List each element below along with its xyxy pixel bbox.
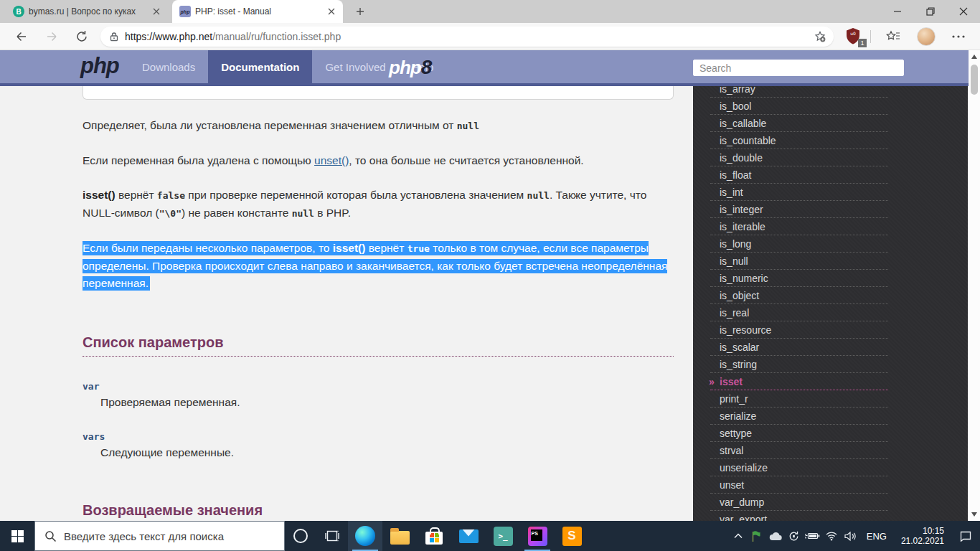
url-text[interactable]: https://www.php.net/manual/ru/function.i… [125,31,814,42]
php8-logo[interactable]: php8 [389,56,432,79]
sidebar-item-is_long[interactable]: is_long [710,235,888,253]
sidebar-item-unset[interactable]: unset [710,476,888,494]
sidebar-item-is_resource[interactable]: is_resource [710,321,888,339]
sidebar-item-is_scalar[interactable]: is_scalar [710,339,888,356]
microsoft-store-icon [425,532,443,545]
sidebar-item-is_numeric[interactable]: is_numeric [710,270,888,287]
parameter-description: Проверяемая переменная. [100,395,674,410]
php-logo[interactable]: php [80,53,119,79]
tray-wifi[interactable] [822,521,841,551]
sidebar-item-label: settype [720,428,752,439]
phpstorm-icon: PS [528,527,547,546]
nav-item-get-involved[interactable]: Get Involved [312,50,398,83]
bymas-favicon: B [13,6,24,17]
taskbar-app-mail[interactable] [451,521,486,551]
sublime-icon: S [562,527,582,546]
tray-battery[interactable] [804,521,822,551]
tab-php-isset[interactable]: php PHP: isset - Manual [172,0,343,23]
sidebar-item-print_r[interactable]: print_r [710,390,888,408]
start-button[interactable] [0,521,34,551]
taskbar-app-sublime[interactable]: S [555,521,589,551]
tray-flag[interactable] [748,521,766,551]
speaker-icon [844,531,857,542]
tab-bymas[interactable]: B bymas.ru | Вопрос по куках [6,0,168,23]
sidebar-item-is_iterable[interactable]: is_iterable [710,218,888,235]
parameter-list: var Проверяемая переменная. vars Следующ… [83,380,674,460]
browser-scrollbar[interactable] [969,50,980,521]
tab-title: PHP: isset - Manual [195,6,321,17]
task-view-button[interactable] [316,521,348,551]
taskbar-app-edge[interactable] [348,521,382,551]
lock-icon [109,32,119,42]
window-close-button[interactable] [947,0,980,23]
sidebar-item-var_export[interactable]: var_export [710,511,888,521]
sidebar-item-is_object[interactable]: is_object [710,287,888,304]
sidebar-item-strval[interactable]: strval [710,442,888,459]
nav-item-documentation[interactable]: Documentation [208,50,312,83]
sidebar-item-is_array[interactable]: is_array [710,86,888,98]
sidebar-item-unserialize[interactable]: unserialize [710,459,888,476]
paragraph-definition: Определяет, была ли установлена переменн… [83,117,674,135]
sidebar-item-label: var_export [720,514,767,521]
tray-volume[interactable] [841,521,859,551]
tab-close-icon[interactable] [326,6,337,17]
sidebar-item-is_string[interactable]: is_string [710,356,888,373]
sidebar-item-is_integer[interactable]: is_integer [710,201,888,218]
ublock-extension-icon[interactable]: u0 1 [845,27,864,46]
scrollbar-thumb[interactable] [971,65,978,95]
nav-item-downloads[interactable]: Downloads [129,50,208,83]
sidebar-item-label: unset [720,479,744,491]
sidebar-item-is_bool[interactable]: is_bool [710,98,888,115]
sidebar-item-isset[interactable]: »isset [710,373,888,390]
sidebar-item-label: is_bool [720,100,751,112]
taskbar-app-terminal[interactable]: >_ [486,521,520,551]
sidebar-item-is_callable[interactable]: is_callable [710,115,888,132]
tray-expand-button[interactable] [729,521,748,551]
site-search-input[interactable] [693,60,904,76]
clock[interactable]: 10:15 21.02.2021 [894,526,951,546]
window-minimize-button[interactable] [881,0,914,23]
sidebar-item-is_float[interactable]: is_float [710,166,888,184]
taskbar-search-box[interactable]: Введите здесь текст для поиска [34,521,285,551]
sidebar-item-is_real[interactable]: is_real [710,304,888,321]
language-indicator[interactable]: ENG [859,531,894,542]
parameter-description: Следующие переменные. [100,446,674,460]
sidebar-item-label: is_object [720,290,759,301]
tray-onedrive[interactable] [766,521,785,551]
forward-icon[interactable] [43,28,60,45]
sidebar-item-label: strval [720,445,743,456]
refresh-icon[interactable] [73,28,90,45]
scrollbar-up-icon[interactable] [971,55,977,59]
sidebar-item-label: unserialize [720,462,768,474]
browser-menu-icon[interactable] [950,28,967,45]
taskbar-app-explorer[interactable] [382,521,417,551]
flag-icon [750,530,763,542]
sidebar-item-is_countable[interactable]: is_countable [710,132,888,149]
unset-link[interactable]: unset() [314,154,349,166]
sidebar-item-serialize[interactable]: serialize [710,408,888,425]
add-favorite-icon[interactable] [814,30,826,43]
cloud-icon [768,531,783,541]
profile-avatar[interactable] [917,27,936,46]
action-center-button[interactable] [951,521,980,551]
new-tab-button[interactable] [351,3,369,20]
sidebar-item-is_double[interactable]: is_double [710,149,888,166]
cortana-button[interactable] [285,521,316,551]
window-restore-button[interactable] [914,0,947,23]
sidebar-item-label: is_float [720,169,751,181]
back-icon[interactable] [13,28,30,45]
parameter-name: vars [83,430,674,443]
sidebar-item-var_dump[interactable]: var_dump [710,494,888,511]
sidebar-item-is_null[interactable]: is_null [710,253,888,270]
taskbar-search-placeholder: Введите здесь текст для поиска [64,530,224,542]
sidebar-item-settype[interactable]: settype [710,425,888,442]
file-explorer-icon [390,531,410,545]
address-bar[interactable]: https://www.php.net/manual/ru/function.i… [100,27,834,47]
tab-close-icon[interactable] [151,6,162,17]
taskbar-app-store[interactable] [417,521,451,551]
favorites-icon[interactable] [885,28,902,45]
sidebar-item-is_int[interactable]: is_int [710,184,888,201]
scrollbar-down-icon[interactable] [971,512,977,517]
tray-sync[interactable] [785,521,804,551]
taskbar-app-phpstorm[interactable]: PS [520,521,555,551]
